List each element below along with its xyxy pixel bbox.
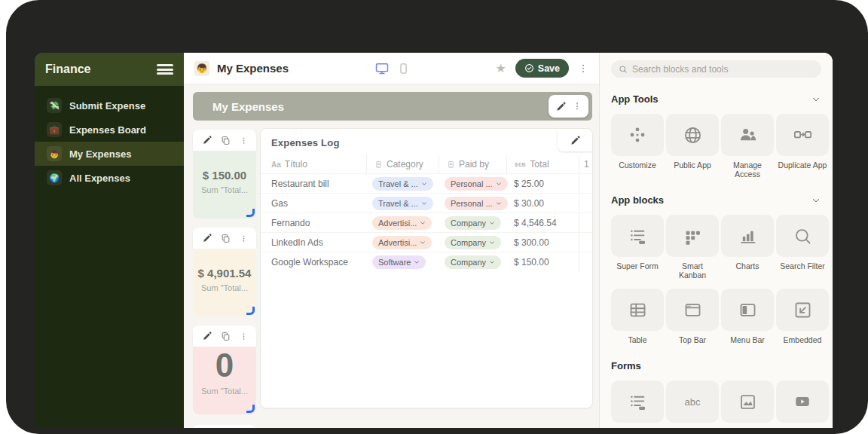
chevron-down-icon[interactable] xyxy=(811,94,821,105)
tile-youtube[interactable]: Youtube xyxy=(776,381,829,428)
resize-handle[interactable] xyxy=(246,307,255,315)
paid-by-select[interactable]: Company xyxy=(445,236,501,249)
cell-total: $ 300.00 xyxy=(506,237,579,248)
save-button-label: Save xyxy=(538,63,560,74)
metric-card[interactable]: $ 150.00 Sum "Total... xyxy=(193,151,256,219)
column-header-paid-by[interactable]: Paid by xyxy=(439,155,506,173)
tile-public-app[interactable]: Public App xyxy=(666,114,719,179)
resize-handle[interactable] xyxy=(246,405,255,413)
desktop-preview-icon[interactable] xyxy=(374,61,390,76)
tile-menu-bar[interactable]: Menu Bar xyxy=(721,289,774,344)
tile-duplicate-app[interactable]: Duplicate App xyxy=(776,114,829,179)
tile-top-bar[interactable]: Top Bar xyxy=(666,289,719,344)
sidebar-item-label: All Expenses xyxy=(69,173,130,184)
tile-super-form[interactable]: Super Form xyxy=(611,215,664,280)
table-header-row: AaTítuloCategoryPaid by$€BTotal1 xyxy=(261,155,592,173)
table-row[interactable]: Fernando Advertisi... Company $ 4,546.54 xyxy=(261,212,592,232)
cell-title: LinkedIn Ads xyxy=(261,237,366,248)
column-header-total[interactable]: $€BTotal xyxy=(506,155,579,173)
paid-by-select[interactable]: Company xyxy=(445,255,501,269)
favorite-star-icon[interactable]: ★ xyxy=(495,63,506,75)
tile-grid: Super Formabc Text Image Youtube xyxy=(611,381,821,428)
category-select[interactable]: Travel & ... xyxy=(372,177,433,191)
table-block[interactable]: Expenses Log AaTítuloCategoryPaid by$€BT… xyxy=(260,128,593,408)
column-header-título[interactable]: AaTítulo xyxy=(261,155,366,173)
edit-pencil-icon[interactable] xyxy=(202,233,212,243)
tile-super-form[interactable]: Super Form xyxy=(611,381,664,428)
toolbar-more-icon[interactable] xyxy=(578,63,588,75)
app-name: Finance xyxy=(45,63,90,76)
tile-manage-access[interactable]: Manage Access xyxy=(721,114,774,179)
section-title: Forms xyxy=(611,360,641,371)
search-input[interactable] xyxy=(632,64,814,75)
tile-customize[interactable]: Customize xyxy=(611,114,664,179)
cell-clipped xyxy=(579,252,592,271)
sidebar-item-my-expenses[interactable]: 👦 My Expenses xyxy=(35,142,184,166)
table-row[interactable]: LinkedIn Ads Advertisi... Company $ 300.… xyxy=(261,232,592,252)
paid-by-select[interactable]: Personal ... xyxy=(445,177,508,191)
tile-label: Table xyxy=(628,335,646,344)
duplicate-icon[interactable] xyxy=(221,136,231,145)
sidebar-item-expenses-board[interactable]: 💼 Expenses Board xyxy=(35,118,184,142)
edit-pencil-icon[interactable] xyxy=(555,101,567,112)
column-label: Título xyxy=(285,159,307,170)
category-select[interactable]: Software xyxy=(372,255,426,269)
tile-text[interactable]: abc Text xyxy=(666,381,719,428)
tile-table[interactable]: Table xyxy=(611,289,664,344)
section-header-app-blocks[interactable]: App blocks xyxy=(611,194,821,206)
table-row[interactable]: Google Workspace Software Company $ 150.… xyxy=(261,252,592,271)
chevron-down-icon[interactable] xyxy=(811,195,821,206)
page-header-block[interactable]: My Expenses xyxy=(193,92,592,121)
section-header-app-tools[interactable]: App Tools xyxy=(611,93,821,105)
duplicate-icon[interactable] xyxy=(221,332,231,341)
category-select[interactable]: Advertisi... xyxy=(372,216,432,230)
tile-embedded[interactable]: Embedded xyxy=(776,289,829,344)
tile-label: Public App xyxy=(674,160,711,170)
app-window: Finance 💸 Submit Expense💼 Expenses Board… xyxy=(35,53,833,428)
sidebar-item-all-expenses[interactable]: 🌍 All Expenses xyxy=(35,166,184,190)
category-select[interactable]: Travel & ... xyxy=(372,197,433,210)
blocks-search[interactable] xyxy=(611,60,821,78)
tile-search-filter[interactable]: Search Filter xyxy=(776,215,829,280)
category-select[interactable]: Advertisi... xyxy=(372,236,432,249)
cell-clipped xyxy=(579,194,592,212)
save-button[interactable]: Save xyxy=(515,59,569,78)
superform-icon xyxy=(611,381,664,423)
hamburger-menu-icon[interactable] xyxy=(157,64,173,75)
sidebar-item-submit-expense[interactable]: 💸 Submit Expense xyxy=(35,93,184,118)
page-header-title: My Expenses xyxy=(212,100,284,113)
block-more-icon[interactable] xyxy=(240,234,248,243)
tile-image[interactable]: Image xyxy=(721,381,774,428)
block-more-icon[interactable] xyxy=(240,332,248,341)
preview-toggle xyxy=(289,61,495,76)
column-label: Paid by xyxy=(459,159,489,170)
youtube-icon xyxy=(776,381,829,423)
edit-pencil-icon[interactable] xyxy=(202,135,212,145)
page-header-tools xyxy=(549,95,588,118)
edit-pencil-icon[interactable] xyxy=(202,331,212,341)
column-header-category[interactable]: Category xyxy=(366,155,439,173)
cell-clipped xyxy=(579,213,592,232)
tile-label: Image xyxy=(736,427,758,428)
toolbar-right: ★ Save xyxy=(495,59,588,78)
resize-handle[interactable] xyxy=(246,209,255,217)
sidebar-item-emoji: 👦 xyxy=(47,146,62,161)
metric-card[interactable]: 0 Sum "Total... xyxy=(193,347,256,414)
table-row[interactable]: Restaurant bill Travel & ... Personal ..… xyxy=(261,173,592,193)
table-edit-button[interactable] xyxy=(558,129,592,151)
metric-value: 0 xyxy=(193,348,256,383)
tile-label: Duplicate App xyxy=(778,160,827,170)
cell-clipped xyxy=(579,174,592,193)
cell-title: Google Workspace xyxy=(261,257,366,267)
tile-smart-kanban[interactable]: Smart Kanban xyxy=(666,215,719,280)
duplicate-icon[interactable] xyxy=(221,234,231,243)
paid-by-select[interactable]: Personal ... xyxy=(445,197,508,210)
block-more-icon[interactable] xyxy=(573,101,582,112)
mobile-preview-icon[interactable] xyxy=(397,62,410,75)
paid-by-select[interactable]: Company xyxy=(445,216,501,230)
metric-card[interactable]: $ 4,901.54 Sum "Total... xyxy=(193,249,256,316)
table-row[interactable]: Gas Travel & ... Personal ... $ 30.00 xyxy=(261,193,592,212)
tile-label: Charts xyxy=(736,261,760,270)
tile-charts[interactable]: Charts xyxy=(721,215,774,280)
block-more-icon[interactable] xyxy=(240,136,248,145)
